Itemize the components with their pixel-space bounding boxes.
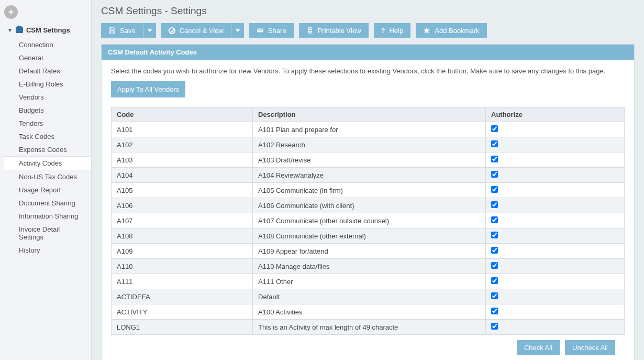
sidebar-item-history[interactable]: History [4, 244, 91, 257]
save-dropdown-button[interactable] [143, 23, 156, 38]
cell-authorize [486, 168, 625, 183]
cell-code: A107 [112, 213, 253, 228]
cell-authorize [486, 152, 625, 168]
authorize-checkbox[interactable] [491, 308, 498, 314]
panel-footer: Check All Uncheck All [111, 335, 625, 355]
cancel-label: Cancel & View [180, 27, 224, 35]
authorize-checkbox[interactable] [491, 186, 498, 193]
authorize-checkbox[interactable] [491, 156, 498, 162]
sidebar-item-budgets[interactable]: Budgets [4, 104, 91, 117]
svg-rect-5 [308, 28, 311, 30]
sidebar-root-csm-settings[interactable]: ▼ CSM Settings [4, 24, 91, 36]
cell-authorize [486, 228, 625, 244]
print-icon [306, 27, 314, 34]
cell-authorize [486, 183, 625, 198]
cell-authorize [486, 213, 625, 228]
add-bookmark-button[interactable]: Add Bookmark [416, 23, 486, 38]
sidebar-item-usage-report[interactable]: Usage Report [4, 183, 91, 197]
cell-code: A102 [112, 137, 253, 152]
cell-description: A111 Other [253, 274, 486, 289]
cell-authorize [486, 244, 625, 259]
cell-code: ACTIDEFA [112, 289, 253, 304]
authorize-checkbox[interactable] [491, 201, 498, 208]
authorize-checkbox[interactable] [491, 323, 498, 330]
cell-description: Default [253, 289, 486, 304]
authorize-checkbox[interactable] [491, 125, 498, 132]
sidebar-item-label: Invoice Detail Settings [19, 225, 60, 241]
sidebar-item-tenders[interactable]: Tenders [4, 117, 91, 130]
sidebar-item-connection[interactable]: Connection [4, 38, 91, 51]
save-label: Save [120, 27, 136, 35]
share-button[interactable]: Share [249, 23, 294, 38]
sidebar-item-label: Information Sharing [19, 212, 78, 220]
authorize-checkbox[interactable] [491, 277, 498, 284]
sidebar-item-label: Usage Report [19, 186, 61, 194]
sidebar-item-vendors[interactable]: Vendors [4, 91, 91, 104]
authorize-checkbox[interactable] [491, 247, 498, 254]
authorize-checkbox[interactable] [491, 262, 498, 269]
printable-view-button[interactable]: Printable View [299, 23, 369, 38]
sidebar-item-label: Vendors [19, 93, 44, 101]
authorize-checkbox[interactable] [491, 292, 498, 299]
cell-code: A106 [112, 198, 253, 213]
cell-description: This is an Activity of max length of 49 … [253, 320, 486, 335]
sidebar-item-default-rates[interactable]: Default Rates [4, 64, 91, 78]
help-label: Help [389, 27, 403, 35]
panel-header: CSM Default Activity Codes [102, 45, 634, 60]
sidebar-item-general[interactable]: General [4, 51, 91, 64]
sidebar-item-document-sharing[interactable]: Document Sharing [4, 197, 91, 210]
caret-down-icon [148, 29, 152, 32]
help-button[interactable]: ? Help [374, 23, 411, 38]
main-content: CSM Settings - Settings Save Cancel & Vi… [92, 0, 644, 360]
authorize-checkbox[interactable] [491, 140, 498, 147]
table-row: A105A105 Communicate (in firm) [112, 183, 625, 198]
check-all-button[interactable]: Check All [517, 340, 560, 355]
help-icon: ? [381, 27, 385, 35]
apply-to-all-vendors-button[interactable]: Apply To All Vendors [111, 81, 185, 97]
sidebar-item-label: Expense Codes [19, 146, 67, 154]
sidebar-item-information-sharing[interactable]: Information Sharing [4, 210, 91, 223]
table-row: A104A104 Review/analyze [112, 168, 625, 183]
uncheck-all-button[interactable]: Uncheck All [565, 340, 615, 355]
cell-code: A103 [112, 152, 253, 168]
cell-description: A106 Communicate (with client) [253, 198, 486, 213]
sidebar-item-task-codes[interactable]: Task Codes [4, 130, 91, 143]
sidebar-item-label: General [19, 54, 43, 62]
cell-authorize [486, 320, 625, 335]
cell-code: LONG1 [112, 320, 253, 335]
cell-description: A108 Communicate (other external) [253, 228, 486, 244]
col-header-code: Code [112, 107, 253, 122]
table-header-row: Code Description Authorize [112, 107, 625, 122]
save-icon [108, 27, 116, 34]
briefcase-icon [16, 27, 23, 33]
sidebar-item-expense-codes[interactable]: Expense Codes [4, 143, 91, 156]
cell-code: A101 [112, 122, 253, 137]
sidebar-item-activity-codes[interactable]: Activity Codes [4, 156, 91, 170]
sidebar-item-label: E-Billing Roles [19, 80, 63, 88]
authorize-checkbox[interactable] [491, 171, 498, 178]
col-header-description: Description [253, 107, 486, 122]
caret-down-icon [236, 29, 240, 32]
sidebar-item-non-us-tax-codes[interactable]: Non-US Tax Codes [4, 170, 91, 183]
svg-marker-7 [424, 27, 430, 34]
sidebar-item-label: Connection [19, 41, 53, 49]
authorize-checkbox[interactable] [491, 216, 498, 223]
cell-authorize [486, 137, 625, 152]
svg-marker-0 [10, 8, 12, 12]
cell-code: A109 [112, 244, 253, 259]
sidebar-item-invoice-detail-settings[interactable]: Invoice Detail Settings [4, 223, 91, 244]
cell-authorize [486, 289, 625, 304]
sidebar-item-label: Activity Codes [19, 159, 62, 167]
authorize-checkbox[interactable] [491, 232, 498, 238]
page-title: CSM Settings - Settings [92, 0, 644, 20]
cell-authorize [486, 304, 625, 320]
cell-code: A111 [112, 274, 253, 289]
cancel-view-button[interactable]: Cancel & View [161, 23, 231, 38]
save-button[interactable]: Save [101, 23, 143, 38]
cell-description: A100 Activities [253, 304, 486, 320]
cell-description: A101 Plan and prepare for [253, 122, 486, 137]
sidebar-item-e-billing-roles[interactable]: E-Billing Roles [4, 78, 91, 91]
cell-description: A109 Appear for/attend [253, 244, 486, 259]
cancel-dropdown-button[interactable] [231, 23, 244, 38]
sidebar-item-label: Budgets [19, 106, 44, 114]
